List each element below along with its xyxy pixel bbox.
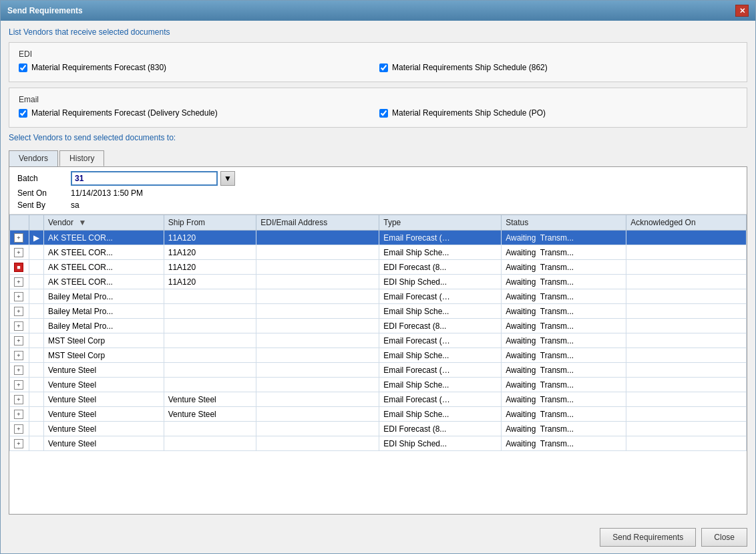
row-edi-email <box>256 231 379 245</box>
table-row[interactable]: + ▶ AK STEEL COR... 11A120 Email Forecas… <box>10 231 747 245</box>
expand-icon[interactable]: + <box>14 366 23 375</box>
table-row[interactable]: + Venture Steel EDI Forecast (8... Await… <box>10 422 747 436</box>
row-status: Awaiting Transm... <box>502 392 626 407</box>
email-checkbox1-row: Material Requirements Forecast (Delivery… <box>19 108 377 118</box>
expand-icon[interactable]: + <box>14 439 23 448</box>
row-edi-email <box>256 275 379 289</box>
expand-icon[interactable]: + <box>14 248 23 257</box>
expand-icon[interactable]: + <box>14 380 23 390</box>
email-checkboxes: Material Requirements Forecast (Delivery… <box>19 108 737 120</box>
table-row[interactable]: + Venture Steel Email Ship Sche... Await… <box>10 378 747 392</box>
expand-icon[interactable]: ■ <box>14 263 23 272</box>
link-vendors-text[interactable]: List Vendors that receive selected docum… <box>9 27 747 37</box>
row-indicator-cell <box>29 304 44 319</box>
batch-input[interactable] <box>71 171 218 186</box>
row-vendor: MST Steel Corp <box>44 333 164 348</box>
col-ack[interactable]: Acknowledged On <box>626 215 747 231</box>
close-icon[interactable]: ✕ <box>735 5 749 17</box>
expand-icon[interactable]: + <box>14 410 23 419</box>
table-row[interactable]: + Bailey Metal Pro... Email Forecast (… … <box>10 289 747 304</box>
col-type[interactable]: Type <box>379 215 502 231</box>
row-expand-cell[interactable]: + <box>10 245 29 260</box>
row-expand-cell[interactable]: + <box>10 378 29 392</box>
table-body: + ▶ AK STEEL COR... 11A120 Email Forecas… <box>10 231 747 451</box>
row-edi-email <box>256 378 379 392</box>
row-expand-cell[interactable]: + <box>10 363 29 378</box>
row-indicator-cell <box>29 348 44 363</box>
table-row[interactable]: + Bailey Metal Pro... EDI Forecast (8...… <box>10 319 747 333</box>
row-vendor: Bailey Metal Pro... <box>44 319 164 333</box>
expand-icon[interactable]: + <box>14 395 23 404</box>
batch-label: Batch <box>17 174 71 183</box>
row-expand-cell[interactable]: + <box>10 231 29 245</box>
table-row[interactable]: + MST Steel Corp Email Ship Sche... Awai… <box>10 348 747 363</box>
row-edi-email <box>256 245 379 260</box>
row-status: Awaiting Transm... <box>502 260 626 275</box>
row-vendor: AK STEEL COR... <box>44 245 164 260</box>
row-ship-from <box>164 289 256 304</box>
row-expand-cell[interactable]: + <box>10 333 29 348</box>
expand-icon[interactable]: + <box>14 307 23 316</box>
edi-forecast-checkbox[interactable] <box>19 63 27 72</box>
row-expand-cell[interactable]: + <box>10 319 29 333</box>
row-expand-cell[interactable]: + <box>10 407 29 422</box>
close-button[interactable]: Close <box>701 528 747 547</box>
row-status: Awaiting Transm... <box>502 378 626 392</box>
row-type: Email Forecast (… <box>379 363 502 378</box>
row-ack <box>626 422 747 436</box>
row-expand-cell[interactable]: + <box>10 304 29 319</box>
row-expand-cell[interactable]: ■ <box>10 260 29 275</box>
email-forecast-label: Material Requirements Forecast (Delivery… <box>31 108 218 118</box>
col-edi-email[interactable]: EDI/Email Address <box>256 215 379 231</box>
col-status[interactable]: Status <box>502 215 626 231</box>
email-checkbox2-row: Material Requirements Ship Schedule (PO) <box>379 108 737 118</box>
table-row[interactable]: + MST Steel Corp Email Forecast (… Await… <box>10 333 747 348</box>
row-edi-email <box>256 260 379 275</box>
row-expand-cell[interactable]: + <box>10 436 29 451</box>
expand-icon[interactable]: + <box>14 321 23 331</box>
row-ship-from <box>164 378 256 392</box>
edi-ship-schedule-checkbox[interactable] <box>379 63 388 72</box>
row-status: Awaiting Transm... <box>502 348 626 363</box>
expand-icon[interactable]: + <box>14 233 23 243</box>
expand-icon[interactable]: + <box>14 336 23 345</box>
expand-icon[interactable]: + <box>14 277 23 287</box>
row-expand-cell[interactable]: + <box>10 392 29 407</box>
table-row[interactable]: + AK STEEL COR... 11A120 Email Ship Sche… <box>10 245 747 260</box>
expand-icon[interactable]: + <box>14 424 23 434</box>
table-row[interactable]: + Venture Steel EDI Ship Sched... Awaiti… <box>10 436 747 451</box>
table-row[interactable]: + Venture Steel Email Forecast (… Awaiti… <box>10 363 747 378</box>
email-ship-schedule-checkbox[interactable] <box>379 109 388 118</box>
email-forecast-checkbox[interactable] <box>19 109 27 118</box>
col-ship-from[interactable]: Ship From <box>164 215 256 231</box>
col-vendor[interactable]: Vendor ▼ <box>44 215 164 231</box>
row-vendor: AK STEEL COR... <box>44 260 164 275</box>
row-expand-cell[interactable]: + <box>10 275 29 289</box>
table-row[interactable]: + Venture Steel Venture Steel Email Ship… <box>10 407 747 422</box>
row-vendor: Bailey Metal Pro... <box>44 289 164 304</box>
tab-history[interactable]: History <box>59 150 104 166</box>
row-expand-cell[interactable]: + <box>10 348 29 363</box>
row-edi-email <box>256 319 379 333</box>
row-expand-cell[interactable]: + <box>10 422 29 436</box>
sent-by-row: Sent By sa <box>17 200 739 210</box>
expand-icon[interactable]: + <box>14 292 23 301</box>
row-expand-cell[interactable]: + <box>10 289 29 304</box>
expand-icon[interactable]: + <box>14 351 23 360</box>
table-row[interactable]: ■ AK STEEL COR... 11A120 EDI Forecast (8… <box>10 260 747 275</box>
send-requirements-button[interactable]: Send Requirements <box>600 528 696 547</box>
row-status: Awaiting Transm... <box>502 304 626 319</box>
edi-label: EDI <box>19 49 737 59</box>
table-row[interactable]: + Bailey Metal Pro... Email Ship Sche...… <box>10 304 747 319</box>
row-edi-email <box>256 348 379 363</box>
row-ship-from <box>164 348 256 363</box>
row-status: Awaiting Transm... <box>502 333 626 348</box>
tab-bar: Vendors History <box>9 150 747 167</box>
tab-vendors[interactable]: Vendors <box>9 150 58 166</box>
batch-dropdown-button[interactable]: ▼ <box>220 171 235 186</box>
sent-on-label: Sent On <box>17 188 71 198</box>
edi-checkboxes: Material Requirements Forecast (830) Mat… <box>19 63 737 75</box>
row-ack <box>626 436 747 451</box>
table-row[interactable]: + AK STEEL COR... 11A120 EDI Ship Sched.… <box>10 275 747 289</box>
table-row[interactable]: + Venture Steel Venture Steel Email Fore… <box>10 392 747 407</box>
